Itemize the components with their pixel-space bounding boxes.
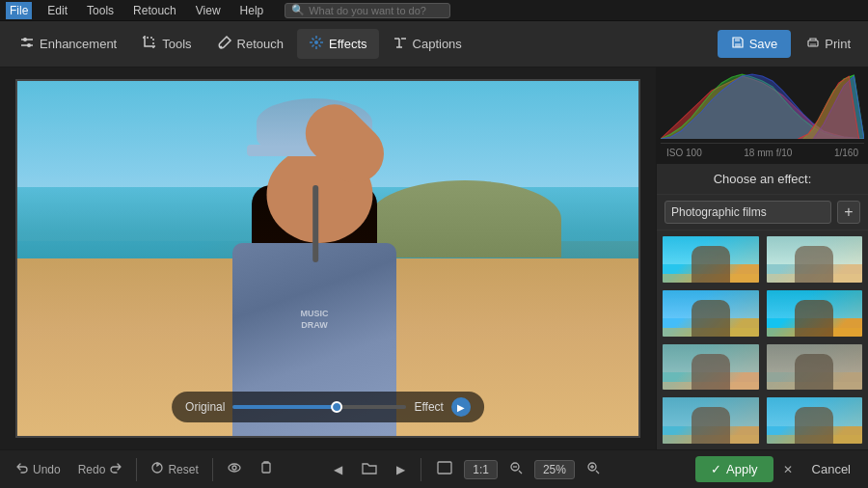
apply-button[interactable]: ✓ Apply — [695, 456, 773, 482]
canvas-area: MUSICDRAW Original Effect ▶ — [0, 68, 656, 449]
reset-button[interactable]: Reset — [143, 457, 205, 481]
eye-button[interactable] — [219, 457, 250, 481]
redo-button[interactable]: Redo — [70, 457, 131, 481]
separator — [136, 458, 137, 481]
histogram-info: ISO 100 18 mm f/10 1/160 — [661, 143, 864, 160]
effect-grid: Kodak Ektachrome 100G Polaroid 600 – Yel… — [657, 230, 868, 449]
x-icon: ✕ — [783, 463, 793, 476]
effect-item-autochrome[interactable]: Autochrome — [765, 342, 865, 393]
search-input[interactable] — [309, 5, 444, 16]
effect-thumb-portra — [663, 397, 759, 446]
tab-captions[interactable]: Captions — [381, 29, 474, 59]
menubar: File Edit Tools Retouch View Help 🔍 — [0, 0, 868, 21]
effect-label: Effect — [414, 400, 443, 414]
zoom-in-icon — [586, 461, 600, 477]
apply-label: Apply — [726, 462, 758, 476]
effect-item-polaroid[interactable]: Polaroid 600 – Yellowed — [765, 234, 865, 285]
svg-point-5 — [314, 41, 318, 44]
separator2 — [212, 458, 213, 481]
sparkle-icon — [309, 35, 324, 53]
zoom-out-button[interactable] — [502, 457, 530, 481]
save-icon — [731, 36, 745, 52]
slider-thumb — [331, 401, 342, 413]
menu-view[interactable]: View — [192, 2, 225, 19]
exif-iso: ISO 100 — [666, 148, 702, 158]
reset-label: Reset — [168, 463, 198, 476]
save-label: Save — [749, 37, 778, 51]
folder-button[interactable] — [354, 457, 385, 481]
svg-point-4 — [219, 46, 222, 49]
effect-slider: Original Effect ▶ — [172, 392, 484, 422]
brush-icon — [217, 35, 232, 53]
menu-help[interactable]: Help — [236, 2, 268, 19]
redo-icon — [109, 461, 122, 477]
folder-icon — [362, 461, 377, 477]
svg-rect-13 — [438, 462, 451, 474]
print-icon — [806, 36, 820, 52]
shirt-text: MUSICDRAW — [266, 282, 363, 359]
effect-item-ektachrome[interactable]: Kodak Ektachrome 100G — [661, 234, 761, 285]
svg-rect-9 — [810, 43, 816, 46]
zoom-in-button[interactable] — [579, 457, 608, 481]
toolbar-tabs: Enhancement Tools Retouch Effects Captio… — [8, 29, 718, 59]
nav-next-button[interactable]: ▶ — [389, 459, 413, 480]
clipboard-icon — [259, 461, 273, 477]
menu-tools[interactable]: Tools — [83, 2, 118, 19]
thumb-person — [795, 354, 833, 393]
person-figure: MUSICDRAW — [179, 89, 449, 436]
fit-button[interactable] — [429, 457, 460, 481]
print-button[interactable]: Print — [797, 30, 860, 58]
svg-rect-7 — [735, 39, 740, 41]
tab-tools-label: Tools — [162, 37, 191, 51]
separator3 — [420, 458, 421, 481]
main-area: MUSICDRAW Original Effect ▶ — [0, 68, 868, 449]
undo-icon — [15, 461, 29, 477]
tab-retouch[interactable]: Retouch — [205, 29, 295, 59]
tab-enhancement[interactable]: Enhancement — [8, 29, 128, 59]
reset-icon — [150, 461, 164, 477]
save-button[interactable]: Save — [718, 30, 792, 58]
thumb-person — [692, 300, 730, 339]
effect-thumb-kodachrome — [767, 290, 863, 339]
original-label: Original — [185, 400, 225, 414]
menu-edit[interactable]: Edit — [43, 2, 71, 19]
effect-item-kodacolor[interactable]: Kodacolor (1942-1953) — [765, 395, 865, 446]
effect-panel-header: Choose an effect: — [657, 164, 868, 195]
fit-icon — [437, 461, 452, 477]
thumb-person — [795, 246, 833, 285]
svg-point-1 — [23, 38, 27, 41]
histogram-canvas — [661, 71, 864, 139]
undo-button[interactable]: Undo — [8, 457, 68, 481]
svg-rect-12 — [262, 463, 270, 473]
tab-tools[interactable]: Tools — [130, 29, 203, 59]
exif-lens: 18 mm f/10 — [744, 148, 792, 158]
thumb-person — [795, 407, 833, 446]
effect-next-button[interactable]: ▶ — [451, 397, 471, 417]
search-icon: 🔍 — [291, 4, 305, 16]
clipboard-button[interactable] — [252, 457, 281, 481]
effect-add-button[interactable]: + — [837, 201, 860, 224]
effect-thumb-agfa — [663, 344, 759, 393]
tab-effects[interactable]: Effects — [297, 29, 379, 59]
slider-track[interactable] — [232, 405, 406, 409]
zoom-out-icon — [509, 461, 523, 477]
effect-item-sx70[interactable]: SX-70 Blend Film – Mag… — [661, 288, 761, 339]
effect-category-dropdown[interactable]: Photographic films Lomo Vintage Black & … — [665, 201, 831, 224]
tab-retouch-label: Retouch — [237, 37, 284, 51]
redo-label: Redo — [78, 463, 106, 476]
histogram: ISO 100 18 mm f/10 1/160 — [657, 68, 868, 164]
bottom-center: ◀ ▶ 1:1 25% — [326, 457, 608, 481]
chevron-right-icon: ▶ — [396, 463, 405, 476]
search-box: 🔍 — [285, 3, 450, 18]
menu-retouch[interactable]: Retouch — [129, 2, 180, 19]
cancel-button[interactable]: Cancel — [802, 456, 860, 482]
sliders-icon — [19, 35, 35, 53]
undo-label: Undo — [33, 463, 61, 476]
effect-item-agfa[interactable]: Agfacolor Neu — [661, 342, 761, 393]
effect-item-portra[interactable]: Kodak portra 160VC — [661, 395, 761, 446]
right-panel: ISO 100 18 mm f/10 1/160 Choose an effec… — [656, 68, 868, 449]
menu-file[interactable]: File — [6, 2, 32, 19]
effect-item-kodachrome[interactable]: Kodachrome II (1962-… — [765, 288, 865, 339]
x-button[interactable]: ✕ — [775, 459, 800, 480]
nav-prev-button[interactable]: ◀ — [326, 459, 350, 480]
